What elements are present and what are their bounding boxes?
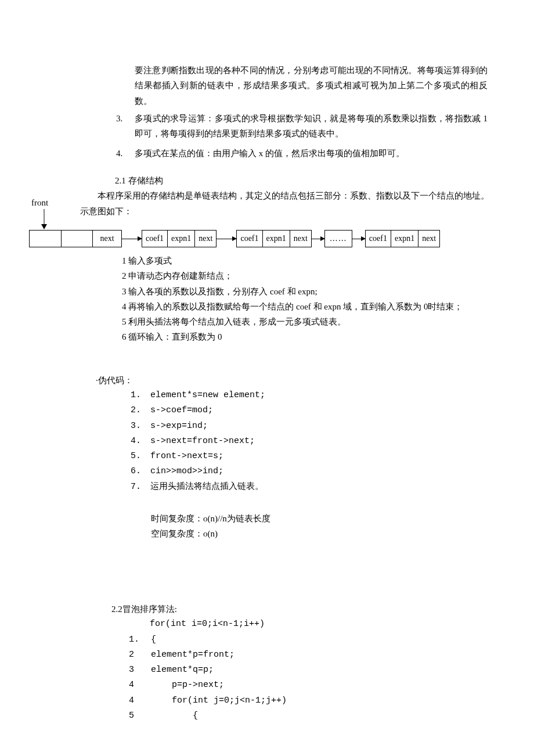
head-cell-empty bbox=[61, 231, 92, 247]
intro-content: 要注意判断指数出现的各种不同的情况，分别考虑可能出现的不同情况。将每项运算得到的… bbox=[116, 63, 488, 161]
space-complexity: 空间复杂度：o(n) bbox=[151, 526, 441, 541]
code-line: 2.s->coef=mod; bbox=[131, 403, 479, 418]
head-node: next bbox=[29, 230, 122, 247]
head-cell-empty bbox=[30, 231, 61, 247]
code-line: 7.运用头插法将结点插入链表。 bbox=[131, 480, 479, 495]
code-line: 6.cin>>mod>>ind; bbox=[131, 464, 479, 479]
storage-section: 2.1 存储结构 本程序采用的存储结构是单链表结构，其定义的结点包括三部分：系数… bbox=[80, 170, 510, 219]
linked-list-diagram: next coef1 expn1 next coef1 expn1 next …… bbox=[29, 230, 440, 247]
bubble-for-line: for(int i=0;i<n-1;i++) bbox=[150, 617, 483, 632]
arrow-down-icon bbox=[41, 209, 48, 230]
bubble-sort-section: 2.2冒泡排序算法: for(int i=0;i<n-1;i++) 1.{ 2e… bbox=[111, 602, 483, 723]
svg-marker-1 bbox=[41, 224, 47, 229]
expn-cell: expn1 bbox=[391, 231, 418, 247]
code-line: 4.s->next=front->next; bbox=[131, 434, 479, 449]
code-line: 1.{ bbox=[129, 632, 483, 647]
step-4: 4 再将输入的系数以及指数赋给每一个结点的 coef 和 expn 域，直到输入… bbox=[111, 299, 470, 314]
head-cell-next: next bbox=[92, 231, 121, 247]
arrow-right-icon bbox=[312, 239, 324, 239]
list-node-2: coef1 expn1 next bbox=[236, 230, 311, 247]
page: 要注意判断指数出现的各种不同的情况，分别考虑可能出现的不同情况。将每项运算得到的… bbox=[0, 0, 534, 756]
coef-cell: coef1 bbox=[237, 231, 262, 247]
pseudo-label: ·伪代码： bbox=[96, 373, 133, 388]
list-item-4: 4. 多项式在某点的值：由用户输入 x 的值，然后求出每项的值相加即可。 bbox=[116, 146, 488, 161]
bubble-code-list: 1.{ 2element*p=front; 3element*q=p; 4 p=… bbox=[129, 632, 483, 724]
storage-p2: 示意图如下： bbox=[80, 204, 510, 219]
arrow-right-icon bbox=[122, 239, 142, 239]
arrow-right-icon bbox=[217, 239, 236, 239]
step-1: 1 输入多项式 bbox=[122, 253, 470, 268]
expn-cell: expn1 bbox=[262, 231, 290, 247]
list-number: 4. bbox=[116, 146, 135, 161]
list-body: 多项式在某点的值：由用户输入 x 的值，然后求出每项的值相加即可。 bbox=[135, 146, 488, 161]
next-cell: next bbox=[194, 231, 216, 247]
coef-cell: coef1 bbox=[142, 231, 167, 247]
complexity-block: 时间复杂度：o(n)//n为链表长度 空间复杂度：o(n) bbox=[151, 511, 441, 542]
step-2: 2 申请动态内存创建新结点； bbox=[122, 268, 470, 283]
code-line: 4 p=p->next; bbox=[129, 678, 483, 693]
step-6: 6 循环输入：直到系数为 0 bbox=[122, 329, 470, 344]
arrow-right-icon bbox=[352, 239, 365, 239]
time-complexity: 时间复杂度：o(n)//n为链表长度 bbox=[151, 511, 441, 526]
code-line: 4 for(int j=0;j<n-1;j++) bbox=[129, 693, 483, 708]
list-node-1: coef1 expn1 next bbox=[142, 230, 217, 247]
continuation-paragraph: 要注意判断指数出现的各种不同的情况，分别考虑可能出现的不同情况。将每项运算得到的… bbox=[116, 63, 488, 109]
code-line: 1.element*s=new element; bbox=[131, 388, 479, 403]
storage-p1: 本程序采用的存储结构是单链表结构，其定义的结点包括三部分：系数、指数以及下一个结… bbox=[98, 188, 510, 203]
code-line: 2element*p=front; bbox=[129, 647, 483, 663]
step-3: 3 输入各项的系数以及指数，分别存入 coef 和 expn; bbox=[122, 284, 470, 299]
step-5: 5 利用头插法将每个结点加入链表，形成一元多项式链表。 bbox=[122, 314, 470, 329]
code-line: 5 { bbox=[129, 708, 483, 723]
list-body: 多项式的求导运算：多项式的求导根据数学知识，就是将每项的系数乘以指数，将指数减 … bbox=[135, 111, 488, 142]
code-line: 5.front->next=s; bbox=[131, 449, 479, 464]
coef-cell: coef1 bbox=[366, 231, 391, 247]
bubble-heading: 2.2冒泡排序算法: bbox=[111, 602, 483, 617]
ellipsis-node: …… bbox=[324, 230, 352, 247]
front-label: front bbox=[31, 195, 48, 210]
list-node-n: coef1 expn1 next bbox=[365, 230, 440, 247]
code-line: 3.s->exp=ind; bbox=[131, 419, 479, 434]
storage-heading: 2.1 存储结构 bbox=[115, 173, 510, 188]
pseudo-code-list: 1.element*s=new element; 2.s->coef=mod; … bbox=[131, 388, 479, 495]
list-number: 3. bbox=[116, 111, 135, 142]
next-cell: next bbox=[418, 231, 439, 247]
list-item-3: 3. 多项式的求导运算：多项式的求导根据数学知识，就是将每项的系数乘以指数，将指… bbox=[116, 111, 488, 142]
next-cell: next bbox=[290, 231, 311, 247]
steps-list: 1 输入多项式 2 申请动态内存创建新结点； 3 输入各项的系数以及指数，分别存… bbox=[122, 253, 470, 345]
expn-cell: expn1 bbox=[167, 231, 194, 247]
code-line: 3element*q=p; bbox=[129, 663, 483, 678]
